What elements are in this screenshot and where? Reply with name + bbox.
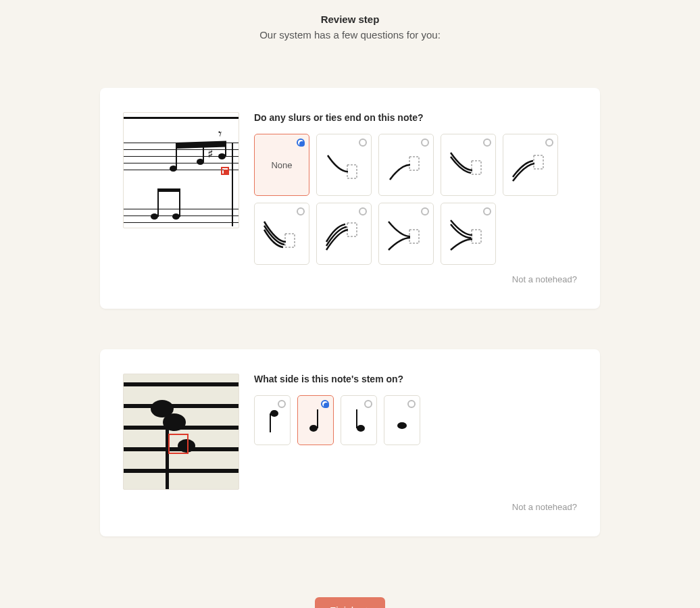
radio-icon [359,207,367,216]
svg-point-10 [309,425,318,432]
option-slur-7[interactable] [378,203,434,265]
option-slur-4[interactable] [503,134,558,196]
question-card-stem: What side is this note's stem on? [100,349,600,536]
radio-icon [421,138,429,147]
option-stem-right-up[interactable] [297,395,334,445]
score-snippet-1: 𝄾 ♯ [123,112,239,228]
slur-icon [261,213,302,254]
option-slur-5[interactable] [254,203,309,265]
page-title: Review step [0,14,700,25]
svg-rect-7 [472,230,481,243]
svg-rect-5 [347,223,357,236]
option-slur-1[interactable] [316,134,372,196]
svg-point-12 [357,425,365,432]
svg-point-14 [397,422,407,429]
not-notehead-link-2[interactable]: Not a notehead? [254,502,577,512]
finish-container: Finish [0,597,700,608]
slur-options: None [254,134,577,265]
slur-icon [448,213,489,254]
slur-icon [510,145,551,185]
finish-button[interactable]: Finish [315,597,385,608]
svg-point-8 [270,410,278,417]
finish-label: Finish [330,605,357,608]
slur-icon [386,213,426,254]
option-no-stem[interactable] [384,395,420,445]
radio-icon [483,138,491,147]
option-slur-6[interactable] [316,203,372,265]
radio-icon [297,138,305,147]
note-icon [349,405,369,435]
question-1-text: Do any slurs or ties end on this note? [254,112,577,123]
note-icon [305,405,326,435]
radio-icon [483,207,491,216]
option-none-label: None [271,160,292,170]
option-slur-2[interactable] [378,134,434,196]
note-icon [392,405,412,435]
question-2-text: What side is this note's stem on? [254,374,577,384]
option-none[interactable]: None [254,134,309,196]
question-card-slurs: 𝄾 ♯ Do any slurs or ties end [100,88,600,309]
page-header: Review step Our system has a few questio… [0,0,700,47]
svg-rect-6 [409,230,419,243]
radio-icon [359,138,367,147]
radio-icon [321,400,329,408]
svg-rect-3 [534,155,543,169]
slur-icon [324,145,364,185]
radio-icon [297,207,305,216]
slur-icon [448,145,489,185]
option-slur-3[interactable] [441,134,496,196]
radio-icon [278,400,286,408]
slur-icon [386,145,426,185]
slur-icon [324,213,364,254]
arrow-right-icon [361,606,370,609]
option-stem-left-up[interactable] [341,395,377,445]
svg-rect-1 [409,157,419,170]
option-stem-left-down[interactable] [254,395,291,445]
svg-rect-0 [347,165,357,178]
radio-icon [545,138,553,147]
not-notehead-link-1[interactable]: Not a notehead? [254,274,577,284]
radio-icon [407,400,416,408]
note-icon [262,405,282,435]
stem-options [254,395,577,445]
score-snippet-2 [123,374,239,490]
radio-icon [364,400,372,408]
page-subtitle: Our system has a few questions for you: [0,29,700,41]
svg-rect-2 [472,161,481,174]
svg-rect-4 [285,234,295,247]
option-slur-8[interactable] [441,203,496,265]
radio-icon [421,207,429,216]
